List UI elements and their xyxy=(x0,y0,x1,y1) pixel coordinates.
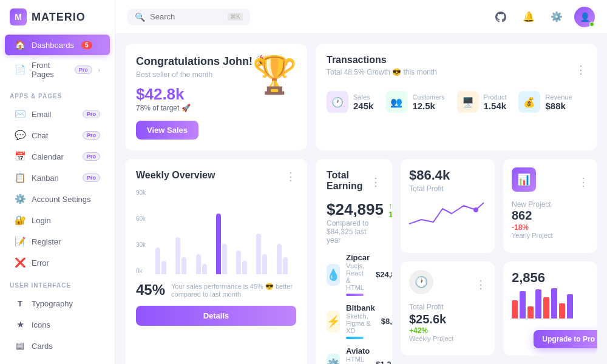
transactions-title: Transactions xyxy=(327,55,437,66)
weekly-chart: 90k 60k 30k 0k xyxy=(136,189,296,274)
profit-menu-button[interactable]: ⋮ xyxy=(475,278,486,291)
sales-value: 245k xyxy=(353,101,373,111)
sidebar-item-label: Calendar xyxy=(32,152,76,161)
earning-item-aviato: ⚙️ Aviato HTML & Anguler $1,2450.80 xyxy=(327,346,381,364)
customers-icon: 👥 xyxy=(385,91,407,113)
dashboards-badge: 5 xyxy=(81,41,92,49)
weekly-header: Weekly Overview ⋮ xyxy=(136,170,296,183)
bell-icon: 🔔 xyxy=(523,11,535,22)
zipcar-progress xyxy=(346,294,364,296)
stat-sales: 🕐 Sales 245k xyxy=(327,91,373,113)
row-2: Weekly Overview ⋮ 90k 60k 30k 0k xyxy=(125,159,597,364)
sidebar-item-icons[interactable]: ★ Icons xyxy=(5,314,110,335)
sidebar-item-label: Error xyxy=(32,258,100,268)
weekly-title: Weekly Overview xyxy=(136,170,215,181)
view-sales-button[interactable]: View Sales xyxy=(136,121,198,140)
section-apps-label: APPS & PAGES xyxy=(0,84,115,103)
y-label: 90k xyxy=(136,189,146,196)
weekly-overview-card: Weekly Overview ⋮ 90k 60k 30k 0k xyxy=(125,159,307,364)
new-project-card: 📊 ⋮ New Project 862 -18% Yearly Project xyxy=(503,159,597,253)
sidebar-item-typography[interactable]: T Typography xyxy=(5,293,110,314)
earning-menu-button[interactable]: ⋮ xyxy=(370,175,381,189)
customers-label: Customers xyxy=(412,93,444,101)
sidebar-item-front-pages[interactable]: 📄 Front Pages Pro › xyxy=(5,56,110,84)
svg-point-0 xyxy=(473,207,478,212)
mini-bars-value: 2,856 xyxy=(512,270,589,286)
newproject-menu-button[interactable]: ⋮ xyxy=(578,175,589,189)
earning-compare: Compared to $84,325 last year xyxy=(327,219,381,244)
earning-title: Total Earning xyxy=(327,170,370,192)
transactions-card: Transactions Total 48.5% Growth 😎 this m… xyxy=(316,44,597,150)
chevron-right-icon: › xyxy=(98,67,100,73)
bar xyxy=(262,254,267,274)
calendar-badge: Pro xyxy=(83,152,100,161)
y-label: 60k xyxy=(136,215,146,222)
transactions-header: Transactions Total 48.5% Growth 😎 this m… xyxy=(327,55,586,85)
sidebar-item-kanban[interactable]: 📋 Kanban Pro xyxy=(5,167,110,188)
sidebar-item-calendar[interactable]: 📅 Calendar Pro xyxy=(5,146,110,167)
y-label: 30k xyxy=(136,241,146,248)
transactions-stats: 🕐 Sales 245k 👥 Customers 12.5k 🖥️ xyxy=(327,91,586,113)
sidebar-item-label: Typography xyxy=(32,299,100,308)
earning-item-bitbank: ⚡ Bitbank Sketch, Figma & XD $8,6500.20 xyxy=(327,303,381,339)
kanban-badge: Pro xyxy=(83,174,100,182)
revenue-value: $88k xyxy=(545,101,572,111)
search-icon: 🔍 xyxy=(135,12,145,22)
sidebar-item-account-settings[interactable]: ⚙️ Account Settings xyxy=(5,189,110,209)
mini-bar xyxy=(567,294,573,318)
kanban-icon: 📋 xyxy=(15,172,25,183)
settings-button[interactable]: ⚙️ xyxy=(546,7,567,27)
sidebar-item-dashboards[interactable]: 🏠 Dashboards 5 › xyxy=(5,35,110,55)
earning-list: 💧 Zipcar Vuejs, React & HTML $24,895.65 … xyxy=(327,253,381,364)
sidebar-item-cards[interactable]: ▤ Cards xyxy=(5,335,110,356)
sidebar-item-register[interactable]: 📝 Register xyxy=(5,231,110,252)
sidebar-item-label: Account Settings xyxy=(32,195,100,204)
customers-value: 12.5k xyxy=(412,101,444,111)
sidebar-item-label: Kanban xyxy=(32,174,76,183)
transactions-menu-button[interactable]: ⋮ xyxy=(575,63,586,76)
bitbank-name: Bitbank xyxy=(346,303,375,312)
email-icon: ✉️ xyxy=(15,109,25,120)
sidebar-item-chat[interactable]: 💬 Chat Pro xyxy=(5,125,110,146)
sidebar-item-email[interactable]: ✉️ Email Pro xyxy=(5,104,110,124)
aviato-value: $1,2450.80 xyxy=(376,360,392,364)
sidebar-item-error[interactable]: ❌ Error xyxy=(5,252,110,273)
sidebar-item-label: Register xyxy=(32,237,100,246)
product-label: Product xyxy=(484,93,507,101)
new-project-desc: Yearly Project xyxy=(512,232,589,239)
transactions-subtitle: Total 48.5% Growth 😎 this month xyxy=(327,68,437,76)
trophy-icon: 🏆 xyxy=(252,53,297,96)
sidebar-item-label: Icons xyxy=(32,320,100,329)
bar-group xyxy=(175,237,192,274)
mini-bar xyxy=(520,291,526,318)
upgrade-to-pro-button[interactable]: Upgrade to Pro xyxy=(534,330,597,348)
total-profit-label: Total Profit xyxy=(409,184,486,193)
weekly-footer: 45% Your sales performance is 45% 😎 bett… xyxy=(136,281,296,298)
sidebar-item-label: Email xyxy=(32,110,76,119)
sidebar-item-login[interactable]: 🔐 Login xyxy=(5,210,110,231)
details-button[interactable]: Details xyxy=(136,306,296,326)
aviato-logo: ⚙️ xyxy=(327,354,340,365)
weekly-menu-button[interactable]: ⋮ xyxy=(285,170,296,183)
weekly-percentage: 45% xyxy=(136,281,165,298)
product-value: 1.54k xyxy=(484,101,507,111)
bitbank-progress xyxy=(346,337,364,339)
search-input[interactable] xyxy=(150,12,223,21)
github-button[interactable] xyxy=(490,7,511,27)
zipcar-tech: Vuejs, React & HTML xyxy=(346,262,370,291)
sidebar-item-label: Cards xyxy=(32,342,100,351)
online-indicator xyxy=(589,22,594,27)
mini-bar xyxy=(535,289,541,318)
bar xyxy=(196,254,201,274)
bar xyxy=(222,244,227,274)
user-avatar[interactable]: 👤 xyxy=(574,7,595,27)
revenue-icon: 💰 xyxy=(518,91,540,113)
error-icon: ❌ xyxy=(15,257,25,268)
mini-bar xyxy=(527,306,534,318)
earning-growth: ↑ 10% xyxy=(388,201,392,219)
search-box[interactable]: 🔍 ⌘K xyxy=(127,8,250,25)
logo: M MATERIO xyxy=(0,0,115,34)
weekly-description: Your sales performance is 45% 😎 better c… xyxy=(171,283,296,298)
search-shortcut: ⌘K xyxy=(228,13,243,21)
notifications-button[interactable]: 🔔 xyxy=(518,7,539,27)
